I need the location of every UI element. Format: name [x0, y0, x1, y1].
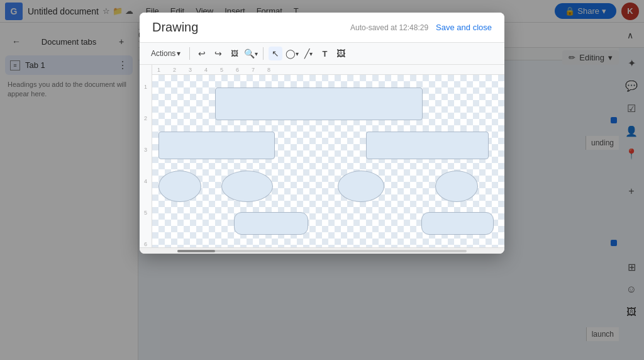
toolbar-divider-2 — [263, 47, 264, 60]
text-tool-btn[interactable]: T — [318, 47, 331, 60]
canvas-ruler-side: 1 2 3 4 5 6 — [140, 65, 152, 247]
actions-dropdown-icon: ▾ — [177, 49, 180, 58]
canvas-ruler-top: 1 2 3 4 5 6 7 8 — [152, 65, 504, 75]
shape-rect-left[interactable] — [158, 132, 275, 159]
image-insert-btn[interactable]: 🖼 — [228, 47, 242, 60]
autosave-status: Auto-saved at 12:48:29 — [350, 23, 428, 32]
actions-menu-btn[interactable]: Actions ▾ — [147, 47, 184, 60]
select-tool-btn[interactable]: ↖ — [269, 47, 282, 60]
drawing-canvas[interactable]: 1 2 3 4 5 6 1 2 3 4 5 6 7 8 — [140, 65, 504, 254]
undo-draw-btn[interactable]: ↩ — [195, 47, 209, 60]
toolbar-divider-1 — [189, 47, 190, 60]
save-close-button[interactable]: Save and close — [436, 23, 492, 32]
shape-ellipse-2[interactable] — [221, 171, 273, 202]
drawing-modal: Drawing Auto-saved at 12:48:29 Save and … — [140, 13, 504, 254]
shape-rect-right[interactable] — [366, 132, 489, 159]
shape-rounded-1[interactable] — [234, 212, 308, 235]
shape-rounded-2[interactable] — [421, 212, 494, 235]
line-tool-btn[interactable]: ╱▾ — [301, 47, 315, 60]
image-tool-btn[interactable]: 🖼 — [334, 47, 348, 60]
shape-ellipse-4[interactable] — [435, 171, 478, 202]
drawing-toolbar: Actions ▾ ↩ ↪ 🖼 🔍▾ ↖ ◯▾ ╱▾ T 🖼 — [140, 43, 504, 65]
scrollbar-thumb[interactable] — [177, 250, 215, 252]
shape-large-rect[interactable] — [215, 87, 423, 120]
drawing-modal-overlay[interactable]: Drawing Auto-saved at 12:48:29 Save and … — [0, 0, 644, 360]
scrollbar-track[interactable] — [177, 250, 467, 252]
modal-scrollbar[interactable] — [140, 247, 504, 254]
shape-ellipse-3[interactable] — [338, 171, 384, 202]
zoom-draw-btn[interactable]: 🔍▾ — [244, 47, 258, 60]
canvas-drawing-area[interactable] — [152, 75, 504, 247]
modal-header: Drawing Auto-saved at 12:48:29 Save and … — [140, 13, 504, 43]
shapes-tool-btn[interactable]: ◯▾ — [285, 47, 299, 60]
modal-title: Drawing — [152, 20, 350, 35]
shape-ellipse-1[interactable] — [158, 171, 201, 202]
redo-draw-btn[interactable]: ↪ — [211, 47, 225, 60]
